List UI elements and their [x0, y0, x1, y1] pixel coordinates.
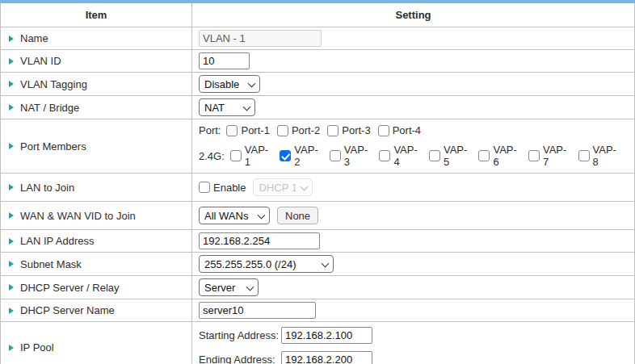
- checkbox-label: VAP-8: [593, 144, 621, 168]
- lan-join-enable-checkbox-input[interactable]: [199, 182, 210, 193]
- vlan-tagging-select-wrapper: Disable: [199, 75, 260, 93]
- lan-join-enable-checkbox[interactable]: Enable: [199, 182, 246, 194]
- row-arrow-icon: [9, 104, 14, 111]
- vap-2-checkbox-input[interactable]: [280, 150, 291, 161]
- row-arrow-icon: [9, 284, 14, 291]
- row-vlan-tagging: VLAN Tagging Disable: [1, 73, 635, 96]
- dhcp-server-name-input[interactable]: [199, 302, 316, 319]
- port-group-prefix: Port:: [199, 124, 221, 136]
- vap-8-checkbox[interactable]: VAP-8: [578, 144, 621, 168]
- vap-2-checkbox[interactable]: VAP-2: [280, 144, 322, 168]
- row-arrow-icon: [9, 261, 14, 267]
- row-label: NAT / Bridge: [20, 102, 79, 114]
- port-1-checkbox[interactable]: Port-1: [226, 124, 269, 136]
- vlan-settings-table: Item Setting Name VLAN ID VLAN Tagging D…: [0, 0, 635, 364]
- row-label: WAN & WAN VID to Join: [20, 210, 136, 222]
- vap-4-checkbox[interactable]: VAP-4: [379, 144, 422, 168]
- wan-vid-none-button[interactable]: None: [277, 207, 318, 224]
- vap-checkbox-group: 2.4G: VAP-1 VAP-2 VAP-3 VAP-4 VAP-5 VAP-…: [199, 144, 628, 168]
- vap-5-checkbox[interactable]: VAP-5: [429, 144, 472, 168]
- row-arrow-icon: [9, 36, 14, 42]
- port-1-checkbox-input[interactable]: [226, 125, 238, 136]
- port-4-checkbox[interactable]: Port-4: [378, 124, 421, 136]
- lan-join-dhcp-select: DHCP 1: [253, 178, 313, 196]
- checkbox-label: Port-1: [241, 124, 269, 136]
- vap-7-checkbox-input[interactable]: [528, 150, 540, 161]
- row-label: Subnet Mask: [20, 258, 82, 270]
- vap-3-checkbox[interactable]: VAP-3: [330, 144, 372, 168]
- row-label: VLAN ID: [20, 55, 61, 67]
- port-2-checkbox[interactable]: Port-2: [277, 124, 320, 136]
- checkbox-label: VAP-6: [493, 144, 521, 168]
- vlan-id-input[interactable]: [199, 52, 250, 69]
- subnet-mask-select-wrapper: 255.255.255.0 (/24): [199, 255, 334, 273]
- checkbox-label: Port-2: [292, 124, 320, 136]
- checkbox-label: VAP-7: [543, 144, 571, 168]
- row-ip-pool: IP Pool Starting Address: Ending Address…: [1, 322, 635, 364]
- port-checkbox-group: Port: Port-1 Port-2 Port-3 Port-4: [199, 124, 628, 136]
- vlan-tagging-select[interactable]: Disable: [199, 75, 260, 93]
- vlan-name-input: [199, 30, 322, 47]
- row-lan-ip: LAN IP Address: [1, 230, 635, 253]
- row-arrow-icon: [9, 143, 14, 149]
- vap-4-checkbox-input[interactable]: [379, 150, 390, 161]
- row-arrow-icon: [9, 345, 14, 351]
- dhcp-mode-select-wrapper: Server: [199, 278, 259, 296]
- row-arrow-icon: [9, 308, 14, 314]
- row-arrow-icon: [9, 238, 14, 245]
- checkbox-label: Port-3: [342, 124, 370, 136]
- starting-address-input[interactable]: [281, 327, 372, 344]
- lan-join-dhcp-select-wrapper: DHCP 1: [253, 178, 313, 196]
- nat-bridge-select[interactable]: NAT: [199, 98, 255, 116]
- table-header-row: Item Setting: [1, 2, 635, 27]
- row-arrow-icon: [9, 58, 14, 65]
- row-wan-join: WAN & WAN VID to Join All WANs None: [1, 202, 635, 230]
- row-subnet-mask: Subnet Mask 255.255.255.0 (/24): [1, 253, 635, 276]
- subnet-mask-select[interactable]: 255.255.255.0 (/24): [199, 255, 334, 273]
- row-label: VLAN Tagging: [20, 78, 87, 90]
- wan-select-wrapper: All WANs: [199, 207, 270, 224]
- port-3-checkbox-input[interactable]: [327, 125, 339, 136]
- starting-address-label: Starting Address:: [199, 329, 281, 341]
- wan-select[interactable]: All WANs: [199, 207, 270, 224]
- row-dhcp-name: DHCP Server Name: [1, 299, 635, 322]
- port-3-checkbox[interactable]: Port-3: [327, 124, 370, 136]
- column-header-setting: Setting: [192, 2, 635, 27]
- vap-1-checkbox[interactable]: VAP-1: [230, 144, 273, 168]
- row-lan-to-join: LAN to Join Enable DHCP 1: [1, 174, 635, 202]
- checkbox-label: Port-4: [393, 124, 421, 136]
- checkbox-label: VAP-4: [393, 144, 422, 168]
- row-arrow-icon: [9, 81, 14, 87]
- checkbox-label: VAP-1: [245, 144, 273, 168]
- row-name: Name: [1, 27, 635, 50]
- row-label: LAN to Join: [20, 182, 74, 194]
- vap-5-checkbox-input[interactable]: [429, 150, 440, 161]
- lan-ip-input[interactable]: [199, 232, 320, 249]
- row-label: DHCP Server / Relay: [20, 282, 120, 294]
- row-label: Port Members: [20, 140, 86, 153]
- port-4-checkbox-input[interactable]: [378, 125, 389, 136]
- vap-6-checkbox[interactable]: VAP-6: [478, 144, 521, 168]
- row-port-members: Port Members Port: Port-1 Port-2 Port-3 …: [1, 119, 635, 174]
- vap-3-checkbox-input[interactable]: [330, 150, 341, 161]
- row-label: Name: [20, 32, 48, 44]
- nat-bridge-select-wrapper: NAT: [199, 98, 255, 116]
- row-arrow-icon: [9, 212, 14, 219]
- checkbox-label: VAP-3: [344, 144, 372, 168]
- checkbox-label: VAP-5: [444, 144, 472, 168]
- row-label: LAN IP Address: [20, 235, 95, 247]
- vap-1-checkbox-input[interactable]: [230, 150, 242, 161]
- checkbox-label: VAP-2: [294, 144, 322, 168]
- dhcp-mode-select[interactable]: Server: [199, 278, 259, 296]
- column-header-item: Item: [1, 2, 192, 27]
- port-2-checkbox-input[interactable]: [277, 125, 288, 136]
- vap-group-prefix: 2.4G:: [199, 150, 225, 162]
- row-nat-bridge: NAT / Bridge NAT: [1, 96, 635, 119]
- vap-7-checkbox[interactable]: VAP-7: [528, 144, 571, 168]
- vap-8-checkbox-input[interactable]: [578, 150, 590, 161]
- ending-address-label: Ending Address:: [199, 354, 281, 364]
- ending-address-input[interactable]: [281, 351, 372, 364]
- checkbox-label: Enable: [213, 182, 246, 194]
- vap-6-checkbox-input[interactable]: [478, 150, 490, 161]
- row-dhcp-mode: DHCP Server / Relay Server: [1, 276, 635, 299]
